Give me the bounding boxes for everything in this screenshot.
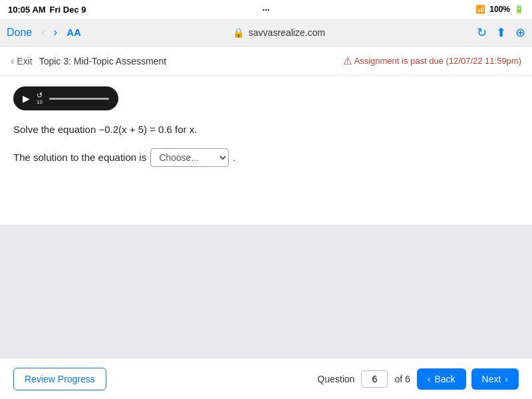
bookmark-icon[interactable]: ⊕ — [515, 25, 525, 40]
status-center: ··· — [263, 5, 270, 15]
browser-aa-button[interactable]: AA — [66, 27, 81, 38]
back-chevron-icon: ‹ — [428, 374, 431, 384]
answer-suffix: . — [233, 152, 235, 163]
answer-prefix: The solution to the equation is — [13, 152, 146, 163]
battery-display: 100% — [489, 5, 510, 14]
next-button[interactable]: Next › — [471, 368, 519, 390]
topic-title: Topic 3: Mid-Topic Assessment — [39, 56, 166, 66]
audio-progress-bar — [49, 98, 109, 100]
lock-icon: 🔒 — [233, 27, 244, 38]
question-number-input[interactable] — [361, 370, 388, 388]
next-label: Next — [482, 374, 501, 384]
gray-section — [0, 225, 532, 358]
browser-bar: Done ‹ › AA 🔒 savvasrealize.com ↻ ⬆ ⊕ — [0, 19, 532, 47]
browser-url-bar: 🔒 savvasrealize.com — [88, 27, 470, 38]
past-due-icon: ⚠ — [343, 55, 352, 67]
refresh-icon[interactable]: ↻ — [477, 25, 487, 40]
replay-button[interactable]: ↺ 10 — [37, 92, 43, 105]
browser-actions: ↻ ⬆ ⊕ — [477, 25, 525, 40]
past-due-text: Assignment is past due (12/07/22 11:59pm… — [354, 56, 521, 66]
question-instruction: Solve the equation −0.2(x + 5) = 0.6 for… — [13, 122, 519, 138]
time-display: 10:05 AM — [8, 5, 46, 15]
main-content: ▶ ↺ 10 Solve the equation −0.2(x + 5) = … — [0, 76, 532, 225]
replay-number: 10 — [37, 100, 43, 105]
back-button[interactable]: ‹ Back — [417, 368, 466, 390]
nav-buttons: ‹ Back Next › — [417, 368, 519, 390]
top-nav-left: ‹ Exit Topic 3: Mid-Topic Assessment — [11, 55, 166, 67]
question-total: of 6 — [394, 374, 410, 384]
status-left: 10:05 AM Fri Dec 9 — [8, 5, 86, 15]
answer-dropdown[interactable]: Choose... -8 -7 -6 -5 -4 -3 -2 -1 0 — [150, 148, 229, 167]
question-nav: Question of 6 ‹ Back Next › — [317, 368, 519, 390]
done-button[interactable]: Done — [7, 27, 32, 39]
question-label: Question — [317, 374, 354, 384]
replay-icon: ↺ — [37, 92, 43, 99]
url-text: savvasrealize.com — [249, 27, 325, 38]
past-due-notice: ⚠ Assignment is past due (12/07/22 11:59… — [343, 55, 521, 67]
battery-icon: 🔋 — [514, 5, 524, 14]
play-button[interactable]: ▶ — [23, 93, 30, 104]
dots-indicator: ··· — [263, 5, 270, 15]
browser-forward-button[interactable]: › — [51, 25, 60, 39]
review-progress-button[interactable]: Review Progress — [13, 368, 106, 390]
audio-player: ▶ ↺ 10 — [13, 86, 118, 110]
status-bar: 10:05 AM Fri Dec 9 ··· 📶 100% 🔋 — [0, 0, 532, 19]
browser-back-button[interactable]: ‹ — [39, 25, 48, 39]
audio-progress-fill — [49, 98, 109, 100]
status-right: 📶 100% 🔋 — [475, 5, 524, 14]
exit-label: Exit — [17, 56, 32, 66]
next-chevron-icon: › — [505, 374, 508, 384]
browser-nav: ‹ › — [39, 25, 60, 39]
exit-button[interactable]: ‹ Exit — [11, 55, 33, 67]
top-nav: ‹ Exit Topic 3: Mid-Topic Assessment ⚠ A… — [0, 47, 532, 76]
wifi-icon: 📶 — [475, 5, 485, 14]
date-display: Fri Dec 9 — [50, 5, 86, 15]
bottom-bar: Review Progress Question of 6 ‹ Back Nex… — [0, 358, 532, 399]
answer-row: The solution to the equation is Choose..… — [13, 148, 519, 167]
back-label: Back — [434, 374, 455, 384]
share-icon[interactable]: ⬆ — [496, 25, 506, 40]
exit-chevron-icon: ‹ — [11, 55, 14, 67]
